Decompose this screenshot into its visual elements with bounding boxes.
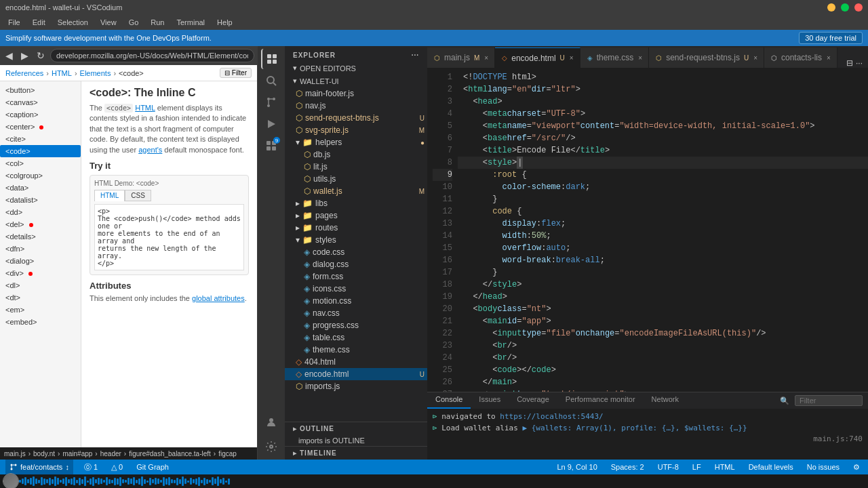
git-graph-btn[interactable]: Git Graph — [134, 463, 172, 471]
file-dialog-css[interactable]: ◈ dialog.css — [285, 258, 427, 270]
outline-header[interactable]: ▸ OUTLINE — [285, 422, 427, 435]
sidebar-item-col[interactable]: <col> — [0, 157, 81, 169]
menu-terminal[interactable]: Terminal — [172, 17, 211, 28]
sidebar-item-dt[interactable]: <dt> — [0, 291, 81, 304]
tab-theme-css[interactable]: ◈ theme.css × — [580, 47, 650, 68]
git-branch[interactable]: feat/contacts ↕ — [5, 460, 73, 474]
folder-styles[interactable]: ▾ 📁 styles — [285, 234, 427, 246]
file-progress-css[interactable]: ◈ progress.css — [285, 319, 427, 331]
accounts-icon[interactable] — [261, 412, 281, 432]
file-utils-js[interactable]: ⬡ utils.js — [285, 173, 427, 185]
sidebar-item-dfn[interactable]: <dfn> — [0, 243, 81, 255]
tab-coverage[interactable]: Coverage — [509, 392, 557, 409]
menu-help[interactable]: Help — [212, 17, 238, 28]
file-nav-css[interactable]: ◈ nav.css — [285, 307, 427, 319]
sidebar-item-datalist[interactable]: <datalist> — [0, 194, 81, 206]
explorer-icon[interactable] — [261, 49, 281, 69]
tab-console[interactable]: Console — [427, 392, 471, 409]
menu-run[interactable]: Run — [145, 17, 170, 28]
run-debug-icon[interactable] — [261, 114, 281, 134]
url-bar[interactable] — [50, 49, 254, 62]
forward-btn[interactable]: ▶ — [18, 49, 31, 62]
folder-libs[interactable]: ▸ 📁 libs — [285, 197, 427, 209]
menu-file[interactable]: File — [3, 17, 26, 28]
sidebar-item-dialog[interactable]: <dialog> — [0, 255, 81, 267]
localhost-link[interactable]: https://localhost:5443/ — [500, 412, 603, 421]
warnings-count[interactable]: △ 0 — [108, 463, 125, 472]
file-theme-css[interactable]: ◈ theme.css — [285, 344, 427, 356]
sidebar-item-em[interactable]: <em> — [0, 304, 81, 316]
default-levels[interactable]: Default levels — [746, 463, 796, 471]
filter-input[interactable] — [795, 395, 863, 406]
bottom-crumb-header[interactable]: header — [100, 450, 121, 458]
language-mode[interactable]: HTML — [712, 463, 738, 471]
tab-contacts[interactable]: ⬡ contacts-lis × — [764, 47, 837, 68]
file-encoding[interactable]: UTF-8 — [655, 463, 682, 471]
file-imports-js[interactable]: ⬡ imports.js — [285, 380, 427, 392]
file-icons-css[interactable]: ◈ icons.css — [285, 283, 427, 295]
file-db-js[interactable]: ⬡ db.js — [285, 148, 427, 161]
file-lit-js[interactable]: ⬡ lit.js — [285, 161, 427, 173]
tab-performance[interactable]: Performance monitor — [557, 392, 644, 409]
split-editor-icon[interactable]: ⊟ — [846, 58, 853, 68]
sidebar-more-btn[interactable]: ··· — [412, 52, 419, 59]
tab-network[interactable]: Network — [644, 392, 687, 409]
no-issues[interactable]: No issues — [804, 463, 842, 471]
breadcrumb-elements[interactable]: Elements — [80, 69, 111, 77]
breadcrumb-refs[interactable]: References — [5, 69, 43, 77]
sidebar-item-canvas[interactable]: <canvas> — [0, 96, 81, 108]
file-table-css[interactable]: ◈ table.css — [285, 331, 427, 344]
file-nav-js[interactable]: ⬡ nav.js — [285, 100, 427, 112]
back-btn[interactable]: ◀ — [3, 49, 16, 62]
html-link[interactable]: HTML — [135, 104, 155, 112]
errors-count[interactable]: ⓪ 1 — [81, 462, 100, 472]
tab-send-request[interactable]: ⬡ send-request-btns.js U × — [649, 47, 764, 68]
code-editor[interactable]: 12345 678 9 1011121314 1516171819 202122… — [427, 68, 868, 392]
file-main-footer-js[interactable]: ⬡ main-footer.js — [285, 87, 427, 100]
tab-close-encode[interactable]: × — [569, 54, 574, 62]
bottom-crumb-body[interactable]: body.nt — [33, 450, 55, 458]
maximize-btn[interactable] — [841, 3, 849, 12]
sidebar-item-button[interactable]: <button> — [0, 84, 81, 96]
sidebar-item-div[interactable]: <div> — [0, 267, 81, 279]
menu-go[interactable]: Go — [123, 17, 144, 28]
file-send-request-btns[interactable]: ⬡ send-request-btns.js U — [285, 112, 427, 124]
sidebar-item-center[interactable]: <center> — [0, 121, 81, 133]
sidebar-item-details[interactable]: <details> — [0, 230, 81, 243]
expand-wallets[interactable]: ▶ {wallets: Array(1), profile: {…}, $wal… — [522, 424, 747, 432]
notif-button[interactable]: 30 day free trial — [799, 32, 863, 44]
reload-btn[interactable]: ↻ — [34, 49, 47, 62]
tab-css[interactable]: CSS — [125, 190, 151, 201]
bottom-crumb-main[interactable]: main.js — [4, 450, 26, 458]
line-ending[interactable]: LF — [690, 463, 704, 471]
tab-main-js[interactable]: ⬡ main.js M × — [427, 47, 495, 68]
outline-item-imports[interactable]: imports is OUTLINE — [285, 435, 427, 446]
window-controls[interactable] — [827, 3, 863, 12]
sidebar-item-code[interactable]: <code> — [0, 145, 81, 157]
more-actions-icon[interactable]: ··· — [856, 58, 863, 68]
close-btn[interactable] — [854, 3, 863, 12]
sidebar-item-embed[interactable]: <embed> — [0, 316, 81, 328]
minimize-btn[interactable] — [827, 3, 835, 12]
settings-icon[interactable] — [261, 436, 281, 457]
source-control-icon[interactable] — [261, 92, 281, 113]
breadcrumb-html[interactable]: HTML — [52, 69, 72, 77]
bottom-crumb-figure[interactable]: figure#dash_balance.ta-left — [129, 450, 211, 458]
file-wallet-js[interactable]: ⬡ wallet.js M — [285, 185, 427, 197]
bottom-crumb-mainapp[interactable]: main#app — [62, 450, 92, 458]
file-form-css[interactable]: ◈ form.css — [285, 270, 427, 283]
tab-close-send[interactable]: × — [753, 54, 758, 62]
menu-edit[interactable]: Edit — [27, 17, 51, 28]
wallet-ui-header[interactable]: ▾ WALLET-UI — [285, 75, 427, 87]
filter-button[interactable]: ⊟ Filter — [220, 68, 252, 78]
tab-issues[interactable]: Issues — [471, 392, 509, 409]
menu-selection[interactable]: Selection — [52, 17, 94, 28]
timeline-header[interactable]: ▸ TIMELINE — [285, 446, 427, 460]
file-404-html[interactable]: ◇ 404.html — [285, 356, 427, 368]
tab-close-theme[interactable]: × — [637, 54, 643, 62]
file-motion-css[interactable]: ◈ motion.css — [285, 295, 427, 307]
tab-html[interactable]: HTML — [94, 190, 125, 201]
global-attrs-link[interactable]: global attributes — [192, 294, 245, 302]
sidebar-item-dd[interactable]: <dd> — [0, 206, 81, 218]
code-content[interactable]: <!DOCTYPE html> <html lang="en" dir="ltr… — [458, 68, 868, 392]
